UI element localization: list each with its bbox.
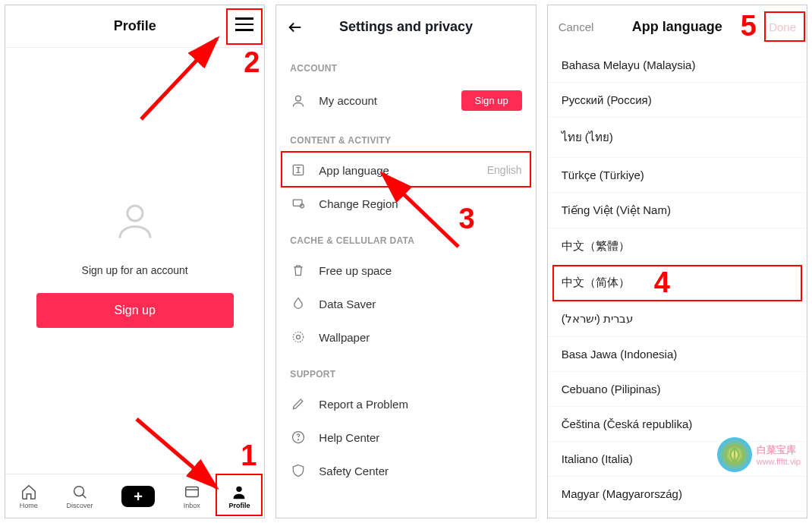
screen-profile: Profile Sign up for an account Sign up H… (5, 5, 265, 518)
tab-discover-label: Discover (66, 502, 93, 509)
tab-profile-label: Profile (228, 502, 250, 509)
back-arrow-icon[interactable] (287, 19, 304, 39)
svg-point-1 (74, 486, 84, 496)
svg-line-2 (83, 494, 87, 498)
tab-inbox[interactable]: Inbox (184, 484, 200, 509)
language-option[interactable]: Türkçe (Türkiye) (548, 158, 807, 193)
profile-icon (231, 484, 247, 500)
home-icon (20, 484, 37, 500)
tab-home-label: Home (20, 502, 38, 509)
language-option[interactable]: Tiếng Việt (Việt Nam) (548, 193, 807, 228)
row-help-center[interactable]: Help Center (276, 421, 535, 454)
row-data-saver[interactable]: Data Saver (276, 287, 535, 320)
screen-settings: Settings and privacy ACCOUNT My account … (275, 5, 536, 518)
tab-bar: Home Discover + Inbox Profile (5, 474, 264, 518)
language-option[interactable]: עברית (ישראל) (548, 301, 807, 337)
row-safety-center[interactable]: Safety Center (276, 454, 535, 487)
row-app-language-value: English (487, 164, 522, 176)
row-free-up-space-label: Free up space (319, 264, 521, 277)
settings-body: ACCOUNT My account Sign up CONTENT & ACT… (276, 48, 535, 518)
avatar-placeholder-icon (109, 194, 162, 247)
my-account-signup-button[interactable]: Sign up (461, 90, 522, 111)
wallpaper-icon (290, 329, 307, 345)
signup-prompt: Sign up for an account (82, 264, 188, 276)
watermark: 白菜宝库 www.ffftt.vip (717, 437, 801, 472)
shield-icon (290, 463, 307, 478)
language-header: Cancel App language Done (548, 5, 807, 48)
row-report-problem-label: Report a Problem (319, 398, 521, 411)
svg-point-8 (296, 96, 301, 101)
trash-icon (290, 263, 307, 278)
profile-body: Sign up for an account Sign up (5, 48, 264, 474)
row-data-saver-label: Data Saver (319, 298, 521, 310)
svg-rect-3 (186, 487, 199, 496)
row-my-account-label: My account (319, 94, 448, 107)
help-icon (290, 430, 307, 445)
row-free-up-space[interactable]: Free up space (276, 254, 535, 287)
plus-icon: + (134, 489, 143, 504)
row-app-language-label: App language (319, 164, 474, 177)
inbox-icon (184, 484, 200, 500)
language-option[interactable]: 中文（简体） (548, 265, 807, 301)
svg-point-12 (294, 332, 304, 342)
svg-point-15 (298, 440, 299, 440)
row-safety-center-label: Safety Center (319, 465, 521, 477)
settings-header: Settings and privacy (276, 5, 535, 48)
section-content: CONTENT & ACTIVITY (276, 120, 535, 153)
signup-button[interactable]: Sign up (36, 293, 234, 328)
tab-home[interactable]: Home (20, 484, 38, 509)
language-option[interactable]: Magyar (Magyarország) (548, 477, 807, 512)
discover-icon (71, 484, 88, 500)
language-icon (290, 162, 307, 178)
language-option[interactable]: Cebuano (Pilipinas) (548, 372, 807, 407)
screen-language: Cancel App language Done Bahasa Melayu (… (547, 5, 807, 518)
language-option[interactable]: Basa Jawa (Indonesia) (548, 337, 807, 372)
svg-point-4 (237, 486, 242, 491)
tab-discover[interactable]: Discover (66, 484, 93, 509)
section-support: SUPPORT (276, 354, 535, 387)
language-option[interactable]: 中文（繁體） (548, 228, 807, 265)
page-title: Profile (114, 18, 156, 34)
settings-title: Settings and privacy (339, 19, 473, 35)
profile-header: Profile (5, 5, 264, 48)
row-wallpaper[interactable]: Wallpaper (276, 320, 535, 354)
watermark-title: 白菜宝库 (757, 443, 801, 457)
row-help-center-label: Help Center (319, 431, 521, 444)
language-option[interactable]: Bahasa Melayu (Malaysia) (548, 48, 807, 83)
tab-create-button[interactable]: + (121, 486, 155, 507)
language-option[interactable]: ไทย (ไทย) (548, 118, 807, 158)
watermark-url: www.ffftt.vip (757, 457, 801, 466)
pencil-icon (290, 396, 307, 411)
row-app-language[interactable]: App language English (276, 153, 535, 187)
tab-profile[interactable]: Profile (228, 484, 250, 509)
row-report-problem[interactable]: Report a Problem (276, 387, 535, 421)
language-title: App language (632, 19, 722, 35)
svg-point-13 (297, 336, 301, 339)
section-account: ACCOUNT (276, 48, 535, 81)
row-my-account[interactable]: My account Sign up (276, 81, 535, 120)
svg-point-0 (127, 206, 143, 221)
droplet-icon (290, 296, 307, 311)
language-option[interactable]: Русский (Россия) (548, 83, 807, 118)
row-change-region[interactable]: Change Region (276, 187, 535, 220)
cancel-button[interactable]: Cancel (559, 20, 594, 33)
region-icon (290, 196, 307, 211)
tab-inbox-label: Inbox (184, 502, 200, 509)
watermark-orb-icon (717, 437, 752, 472)
row-change-region-label: Change Region (319, 197, 521, 210)
done-button[interactable]: Done (769, 20, 796, 33)
hamburger-icon[interactable] (235, 17, 253, 33)
row-wallpaper-label: Wallpaper (319, 331, 521, 344)
section-cache: CACHE & CELLULAR DATA (276, 220, 535, 254)
person-icon (290, 93, 307, 109)
